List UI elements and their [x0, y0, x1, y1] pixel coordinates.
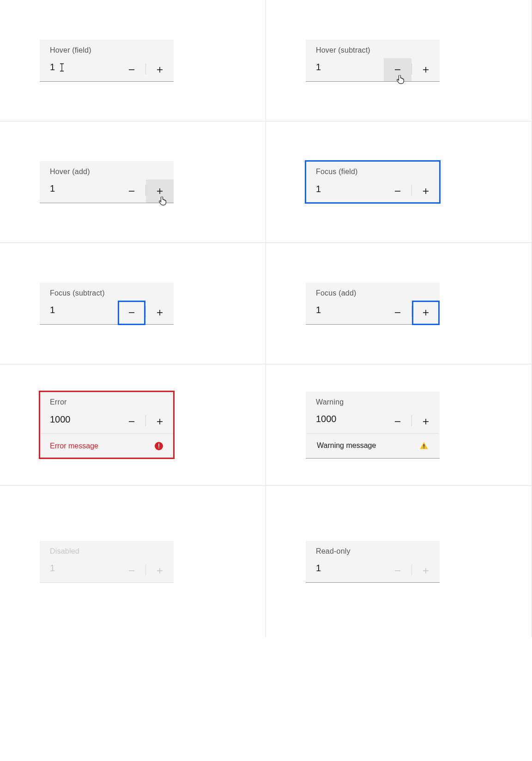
stepper-label: Focus (field)	[306, 161, 440, 180]
decrement-button[interactable]	[384, 58, 411, 81]
minus-icon	[393, 417, 402, 426]
increment-button[interactable]	[146, 180, 174, 203]
stepper-row: 1	[306, 301, 440, 324]
decrement-button[interactable]	[118, 180, 145, 203]
increment-button[interactable]	[146, 410, 174, 433]
stepper-value-text: 1	[316, 563, 321, 574]
plus-icon	[421, 566, 430, 575]
stepper-input[interactable]: 1	[40, 305, 118, 320]
stepper-input[interactable]: 1	[40, 183, 118, 199]
stepper-label: Hover (add)	[40, 161, 174, 180]
plus-icon	[155, 566, 164, 575]
hand-pointer-icon	[158, 195, 168, 205]
number-stepper-states-grid: Hover (field) 1 Hover	[0, 0, 532, 637]
increment-button[interactable]	[412, 180, 440, 203]
cell-hover-subtract: Hover (subtract) 1	[266, 0, 532, 121]
stepper-hover-add: Hover (add) 1	[40, 161, 174, 203]
decrement-button[interactable]	[384, 301, 411, 324]
stepper-warning: Warning 1000 Warning message	[306, 392, 440, 459]
stepper-buttons	[384, 410, 440, 433]
stepper-input[interactable]: 1	[306, 184, 384, 199]
stepper-value-text: 1	[50, 563, 55, 574]
stepper-row: 1000	[40, 410, 174, 433]
increment-button[interactable]	[412, 410, 440, 433]
plus-icon	[155, 308, 164, 317]
minus-icon	[393, 566, 402, 575]
minus-icon	[393, 65, 402, 74]
stepper-readonly: Read-only 1	[306, 541, 440, 583]
stepper-input[interactable]: 1000	[40, 414, 118, 429]
stepper-label: Focus (subtract)	[40, 283, 174, 301]
minus-icon	[127, 187, 136, 196]
stepper-value-text: 1000	[316, 414, 337, 424]
stepper-hover-subtract: Hover (subtract) 1	[306, 40, 440, 82]
decrement-button[interactable]	[384, 410, 411, 433]
stepper-buttons	[384, 301, 440, 324]
stepper-buttons	[384, 58, 440, 81]
stepper-value-text: 1	[316, 62, 321, 72]
minus-icon	[127, 308, 136, 317]
text-cursor-icon	[59, 63, 65, 72]
stepper-label: Hover (subtract)	[306, 40, 440, 58]
increment-button[interactable]	[412, 58, 440, 81]
stepper-hover-field: Hover (field) 1	[40, 40, 174, 82]
stepper-value-text: 1	[50, 305, 55, 315]
stepper-focus-subtract: Focus (subtract) 1	[40, 283, 174, 325]
stepper-buttons	[118, 180, 174, 203]
stepper-value-text: 1	[50, 183, 55, 194]
hand-pointer-icon	[396, 74, 406, 84]
cell-disabled: Disabled 1	[0, 486, 266, 637]
cell-focus-subtract: Focus (subtract) 1	[0, 243, 266, 364]
stepper-disabled: Disabled 1	[40, 541, 174, 583]
stepper-label: Read-only	[306, 541, 440, 559]
cell-hover-add: Hover (add) 1	[0, 121, 266, 243]
increment-button[interactable]	[146, 301, 174, 324]
increment-button[interactable]	[146, 58, 174, 81]
stepper-input[interactable]: 1	[306, 305, 384, 320]
plus-icon	[421, 308, 430, 317]
plus-icon	[155, 65, 164, 74]
decrement-button[interactable]	[118, 301, 145, 324]
increment-button[interactable]	[412, 301, 440, 324]
stepper-input[interactable]: 1000	[306, 414, 384, 429]
stepper-row: 1	[40, 180, 174, 203]
warning-filled-icon	[419, 441, 429, 450]
stepper-row: 1	[40, 559, 174, 582]
svg-rect-7	[423, 447, 424, 448]
plus-icon	[155, 417, 164, 426]
stepper-label: Error	[40, 392, 174, 410]
minus-icon	[127, 566, 136, 575]
stepper-label: Hover (field)	[40, 40, 174, 58]
plus-icon	[421, 417, 430, 426]
decrement-button[interactable]	[384, 180, 411, 203]
stepper-input[interactable]: 1	[40, 62, 118, 77]
error-message-text: Error message	[50, 442, 98, 450]
warning-message-text: Warning message	[317, 441, 376, 450]
stepper-buttons	[118, 410, 174, 433]
decrement-button[interactable]	[118, 410, 145, 433]
minus-icon	[127, 65, 136, 74]
stepper-buttons	[384, 180, 440, 203]
stepper-row: 1	[40, 58, 174, 81]
decrement-button[interactable]	[118, 58, 145, 81]
minus-icon	[393, 187, 402, 196]
stepper-value-text: 1000	[50, 414, 71, 425]
svg-rect-5	[158, 447, 159, 448]
stepper-row: 1	[40, 301, 174, 324]
stepper-label: Disabled	[40, 541, 174, 559]
svg-rect-6	[423, 444, 424, 447]
stepper-row: 1000	[306, 410, 440, 433]
error-message-row: Error message	[40, 433, 174, 458]
stepper-input[interactable]: 1	[306, 62, 384, 77]
stepper-value-text: 1	[316, 184, 321, 194]
warning-message-row: Warning message	[307, 433, 439, 458]
cell-focus-field: Focus (field) 1	[266, 121, 532, 243]
minus-icon	[393, 308, 402, 317]
stepper-input: 1	[306, 563, 384, 578]
stepper-buttons	[118, 559, 174, 582]
stepper-focus-field: Focus (field) 1	[306, 161, 440, 203]
stepper-input: 1	[40, 563, 118, 578]
stepper-error: Error 1000 Error message	[40, 392, 174, 458]
decrement-button	[118, 559, 145, 582]
stepper-value-text: 1	[316, 305, 321, 315]
